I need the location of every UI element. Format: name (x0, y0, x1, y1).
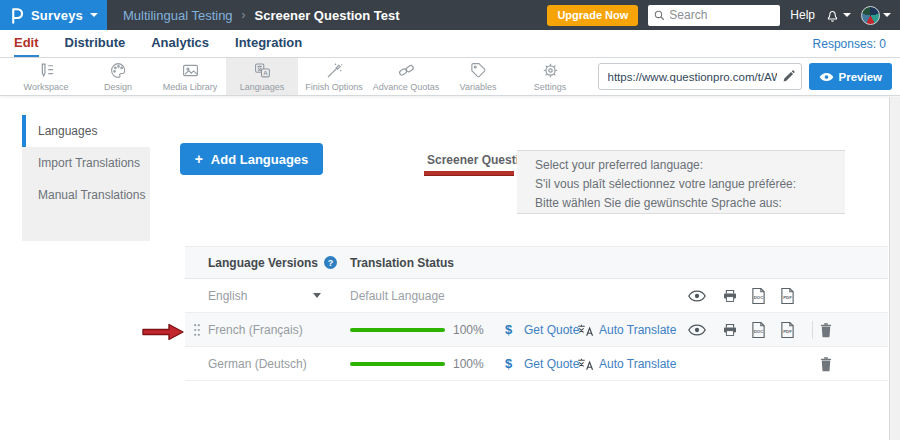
help-link[interactable]: Help (790, 8, 815, 22)
toolbar-item-finish-options[interactable]: Finish Options (298, 58, 370, 95)
toolbar-item-languages[interactable]: A Languages (226, 58, 298, 95)
translation-progress-bar (350, 347, 445, 380)
pdf-file-icon: PDF (780, 287, 795, 305)
search-input[interactable] (669, 8, 774, 22)
dollar-icon[interactable]: $ (505, 313, 512, 346)
scrollbar-track[interactable] (889, 97, 900, 440)
table-header: Language Versions ? Translation Status (185, 246, 888, 279)
tab-analytics[interactable]: Analytics (151, 30, 209, 57)
table-row-english: English Default Language (185, 279, 888, 313)
language-dropdown[interactable] (313, 279, 321, 312)
language-name: French (Français) (208, 313, 303, 346)
tab-distribute[interactable]: Distribute (65, 30, 126, 57)
chevron-down-icon (313, 293, 321, 298)
view-button[interactable] (688, 279, 706, 312)
top-bar: Surveys Multilingual Testing › Screener … (0, 0, 900, 30)
view-button[interactable] (688, 313, 706, 346)
svg-text:PDF: PDF (783, 329, 792, 334)
sidebar-item-manual-translations[interactable]: Manual Translations (22, 179, 150, 211)
screener-line-french: S'il vous plaît sélectionnez votre langu… (535, 175, 845, 194)
product-switcher[interactable]: Surveys (0, 0, 107, 30)
account-menu[interactable] (861, 6, 891, 25)
auto-translate-link[interactable]: Auto Translate (599, 347, 676, 380)
delete-language-button[interactable] (819, 347, 833, 380)
divider (812, 321, 813, 339)
upgrade-now-button[interactable]: Upgrade Now (547, 5, 638, 26)
eye-icon (688, 290, 706, 302)
app-window: Surveys Multilingual Testing › Screener … (0, 0, 900, 440)
printer-icon (722, 288, 738, 304)
edit-toolbar: Workspace Design Media Library A Langua (0, 58, 900, 96)
trash-icon (819, 356, 833, 372)
svg-text:DOC: DOC (754, 295, 764, 300)
auto-translate-icon[interactable] (577, 347, 594, 380)
account-caret-icon (883, 13, 891, 17)
drag-handle[interactable] (193, 313, 201, 346)
dollar-icon[interactable]: $ (505, 347, 512, 380)
toolbar-item-settings[interactable]: Settings (514, 58, 586, 95)
preview-eye-icon (819, 72, 834, 82)
toolbar-item-media-library[interactable]: Media Library (154, 58, 226, 95)
table-row-french: French (Français) 100% $ Get Quote Auto … (185, 313, 888, 347)
get-quote-link[interactable]: Get Quote (524, 313, 579, 346)
user-avatar (861, 6, 880, 25)
svg-text:PDF: PDF (783, 295, 792, 300)
global-search[interactable] (648, 5, 780, 26)
language-table: Language Versions ? Translation Status E… (185, 246, 888, 381)
questionpro-logo-icon (9, 6, 24, 24)
toolbar-item-advance-quotas[interactable]: Advance Quotas (370, 58, 442, 95)
export-doc-button[interactable]: DOC (751, 279, 766, 312)
breadcrumb-survey-title: Screener Question Test (255, 8, 400, 23)
doc-file-icon: DOC (751, 287, 766, 305)
breadcrumb: Multilingual Testing › Screener Question… (123, 8, 400, 23)
languages-sidebar: Languages Import Translations Manual Tra… (22, 115, 150, 241)
drag-dots-icon (193, 323, 201, 337)
pdf-file-icon: PDF (780, 321, 795, 339)
add-languages-button[interactable]: + Add Languages (180, 143, 323, 175)
delete-language-button[interactable] (819, 313, 833, 346)
language-dropdown-value[interactable]: English (208, 279, 247, 312)
survey-url-input[interactable] (599, 71, 777, 83)
export-pdf-button[interactable]: PDF (780, 279, 795, 312)
toolbar-item-design[interactable]: Design (82, 58, 154, 95)
sidebar-filler (22, 211, 150, 241)
col-translation-status: Translation Status (350, 247, 454, 278)
sidebar-item-import-translations[interactable]: Import Translations (22, 147, 150, 179)
export-doc-button[interactable]: DOC (751, 313, 766, 346)
translation-percent: 100% (453, 347, 484, 380)
toolbar-item-variables[interactable]: Variables (442, 58, 514, 95)
tab-integration[interactable]: Integration (235, 30, 302, 57)
breadcrumb-folder[interactable]: Multilingual Testing (123, 8, 233, 23)
auto-translate-link[interactable]: Auto Translate (599, 313, 676, 346)
eye-icon (688, 324, 706, 336)
svg-text:DOC: DOC (754, 329, 764, 334)
responses-count[interactable]: Responses: 0 (813, 37, 886, 51)
print-button[interactable] (722, 279, 738, 312)
trash-icon (819, 322, 833, 338)
chain-links-icon (397, 61, 416, 80)
topbar-actions: Upgrade Now Help (547, 5, 900, 26)
printer-icon (722, 322, 738, 338)
sidebar-item-languages[interactable]: Languages (22, 115, 150, 147)
screener-question-box: Select your preferred language: S'il vou… (517, 150, 845, 214)
red-underline-annotation (424, 171, 514, 175)
print-button[interactable] (722, 313, 738, 346)
survey-url-field (598, 63, 802, 90)
tab-edit[interactable]: Edit (14, 30, 39, 57)
col-language-versions: Language Versions (208, 256, 318, 270)
toolbar-item-workspace[interactable]: Workspace (10, 58, 82, 95)
product-name: Surveys (31, 8, 83, 23)
get-quote-link[interactable]: Get Quote (524, 347, 579, 380)
red-arrow-annotation (141, 322, 185, 342)
translation-progress-bar (350, 313, 445, 346)
workspace-pencil-icon (37, 61, 56, 80)
survey-nav-tabs: Edit Distribute Analytics Integration Re… (0, 30, 900, 58)
export-pdf-button[interactable]: PDF (780, 313, 795, 346)
help-badge-icon[interactable]: ? (324, 256, 337, 269)
gear-icon (541, 61, 560, 80)
notifications-menu[interactable] (825, 7, 851, 24)
tag-icon (469, 61, 488, 80)
edit-url-button[interactable] (777, 64, 801, 89)
preview-button[interactable]: Preview (809, 63, 892, 90)
auto-translate-icon[interactable] (577, 313, 594, 346)
